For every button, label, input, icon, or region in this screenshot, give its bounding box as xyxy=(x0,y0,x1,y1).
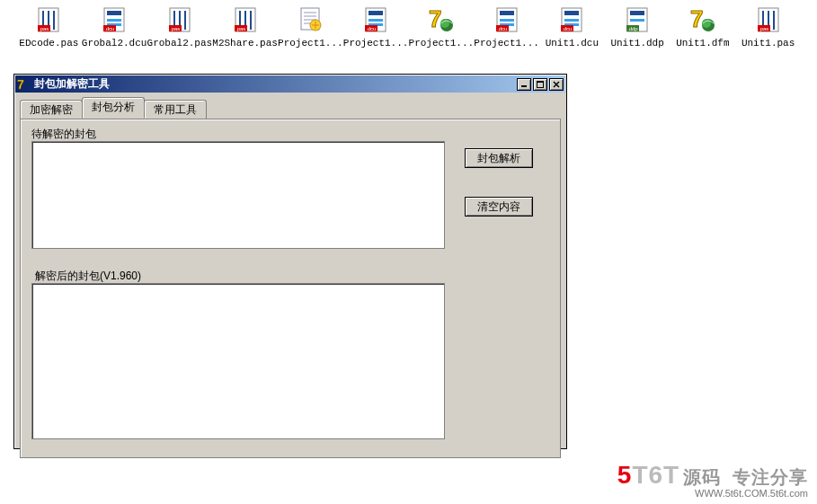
decrypted-packet-output[interactable] xyxy=(31,283,445,439)
svg-text:.pas: .pas xyxy=(170,26,180,31)
delphi-file-icon: 7 xyxy=(688,5,717,34)
file-label: Grobal2.dcu xyxy=(82,38,147,49)
file-label: Unit1.dfm xyxy=(676,38,729,49)
app-icon: 7 xyxy=(17,77,31,92)
watermark: 5T6T源码 专注分享 WWW.5t6t.COM.5t6t.com xyxy=(617,463,808,499)
tab-panel: 待解密的封包 解密后的封包(V1.960) 封包解析 清空内容 xyxy=(20,119,561,458)
svg-text:.dcu: .dcu xyxy=(497,26,507,31)
output-group-label: 解密后的封包(V1.960) xyxy=(35,269,141,284)
parse-packet-button[interactable]: 封包解析 xyxy=(465,148,533,168)
svg-text:7: 7 xyxy=(17,77,24,92)
svg-text:.ddp: .ddp xyxy=(627,26,638,31)
dcu-file-icon: .dcu xyxy=(100,5,129,34)
svg-rect-49 xyxy=(564,19,579,22)
file-label: Project1... xyxy=(409,38,475,49)
desktop-file[interactable]: .pasEDcode.pas xyxy=(16,5,82,49)
clear-content-button[interactable]: 清空内容 xyxy=(465,197,533,217)
desktop-file[interactable]: .dcuGrobal2.dcu xyxy=(82,5,147,49)
svg-rect-8 xyxy=(107,19,121,22)
ddp-file-icon: .ddp xyxy=(623,5,652,34)
svg-rect-54 xyxy=(630,11,644,15)
svg-rect-34 xyxy=(369,19,383,22)
input-group-label: 待解密的封包 xyxy=(31,127,551,142)
svg-rect-7 xyxy=(107,11,121,15)
svg-text:.pas: .pas xyxy=(759,26,768,31)
desktop-file[interactable]: .ddpUnit1.ddp xyxy=(605,5,670,49)
app-window: 7 封包加解密工具 加密解密封包分析常用工具 待解密的封包 解密后的封包(V1.… xyxy=(13,74,567,449)
desktop-file[interactable]: 7Project1... xyxy=(409,5,475,49)
watermark-cn: 源码 xyxy=(683,467,721,487)
svg-rect-33 xyxy=(369,11,383,15)
svg-rect-42 xyxy=(500,11,514,15)
desktop-file[interactable]: Project1... xyxy=(278,5,343,49)
watermark-logo: T6T xyxy=(632,461,679,489)
close-button[interactable] xyxy=(549,78,564,91)
watermark-tagline: 专注分享 xyxy=(733,467,808,487)
svg-text:.dcu: .dcu xyxy=(562,26,572,31)
desktop-file[interactable]: .dcuProject1... xyxy=(474,5,539,49)
svg-text:.pas: .pas xyxy=(39,26,49,31)
desktop-icons: .pasEDcode.pas.dcuGrobal2.dcu.pasGrobal2… xyxy=(0,0,817,49)
desktop-file[interactable]: .dcuUnit1.dcu xyxy=(539,5,605,49)
tab-1[interactable]: 封包分析 xyxy=(82,97,145,119)
dcu-file-icon: .dcu xyxy=(493,5,521,34)
desktop-file[interactable]: 7Unit1.dfm xyxy=(670,5,736,49)
file-label: Unit1.pas xyxy=(742,38,795,49)
file-label: M2Share.pas xyxy=(212,38,278,49)
minimize-button[interactable] xyxy=(517,78,531,91)
svg-rect-48 xyxy=(564,11,579,15)
file-label: Project1... xyxy=(278,38,343,49)
desktop-file[interactable]: .dcuProject1... xyxy=(343,5,409,49)
svg-rect-55 xyxy=(630,19,644,22)
desktop-file[interactable]: .pasM2Share.pas xyxy=(212,5,278,49)
file-label: Grobal2.pas xyxy=(147,38,213,49)
pas-file-icon: .pas xyxy=(754,5,783,34)
desktop-file[interactable]: .pasUnit1.pas xyxy=(735,5,801,49)
watermark-url: WWW.5t6t.COM.5t6t.com xyxy=(617,488,808,499)
watermark-logo-red: 5 xyxy=(617,461,633,489)
svg-rect-43 xyxy=(500,19,514,22)
tab-strip: 加密解密封包分析常用工具 xyxy=(20,97,561,119)
pas-file-icon: .pas xyxy=(34,5,63,34)
svg-text:.dcu: .dcu xyxy=(104,26,114,31)
file-label: Unit1.dcu xyxy=(546,38,599,49)
delphi-file-icon: 7 xyxy=(427,5,456,34)
file-label: Project1... xyxy=(343,38,409,49)
pas-file-icon: .pas xyxy=(165,5,194,34)
window-title: 封包加解密工具 xyxy=(34,76,517,92)
tab-0[interactable]: 加密解密 xyxy=(20,100,83,119)
note-file-icon xyxy=(296,5,324,34)
svg-text:.pas: .pas xyxy=(235,26,245,31)
pas-file-icon: .pas xyxy=(231,5,260,34)
titlebar[interactable]: 7 封包加解密工具 xyxy=(15,75,565,93)
file-label: EDcode.pas xyxy=(19,38,78,49)
svg-text:7: 7 xyxy=(690,5,703,32)
file-label: Project1... xyxy=(474,38,539,49)
maximize-button[interactable] xyxy=(533,78,547,91)
svg-text:7: 7 xyxy=(429,5,441,32)
encrypted-packet-input[interactable] xyxy=(31,141,445,249)
tab-2[interactable]: 常用工具 xyxy=(144,100,207,119)
desktop-file[interactable]: .pasGrobal2.pas xyxy=(147,5,213,49)
dcu-file-icon: .dcu xyxy=(361,5,390,34)
svg-text:.dcu: .dcu xyxy=(366,26,376,31)
file-label: Unit1.ddp xyxy=(610,38,663,49)
dcu-file-icon: .dcu xyxy=(557,5,586,34)
